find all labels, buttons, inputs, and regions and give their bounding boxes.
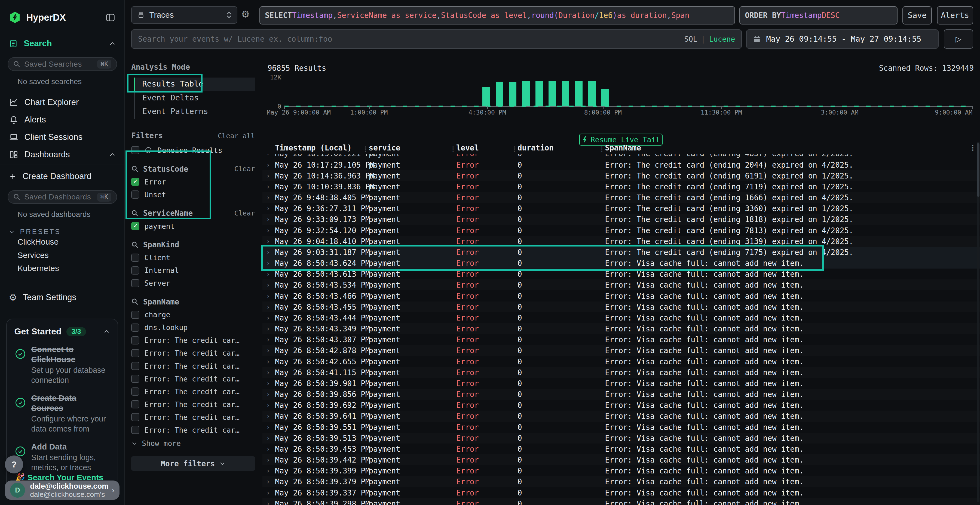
language-toggle-lucene[interactable]: Lucene	[709, 35, 735, 43]
row-expand-icon[interactable]: ›	[265, 467, 275, 474]
table-row[interactable]: ›May 26 8:50:43.455 PMpaymentError0Error…	[262, 302, 980, 312]
table-row[interactable]: ›May 26 10:10:39.836 PMpaymentError0Erro…	[262, 181, 980, 192]
row-expand-icon[interactable]: ›	[265, 161, 275, 168]
column-header-timestamp[interactable]: Timestamp (Local)	[275, 143, 369, 152]
histogram-bar[interactable]	[509, 82, 517, 106]
row-expand-icon[interactable]: ›	[265, 270, 275, 278]
more-filters-button[interactable]: More filters	[131, 456, 255, 471]
table-row[interactable]: ›May 26 8:50:39.399 PMpaymentError0Error…	[262, 465, 980, 476]
column-header-duration[interactable]: ⋮duration	[517, 143, 605, 152]
filter-option[interactable]: Error: The credit card …	[131, 400, 255, 409]
histogram-bar[interactable]	[482, 87, 490, 106]
column-header-spanname[interactable]: ⋮SpanName	[605, 143, 980, 152]
row-expand-icon[interactable]: ›	[265, 154, 275, 157]
column-header-level[interactable]: ⋮level	[456, 143, 517, 152]
histogram-bar[interactable]	[562, 81, 570, 106]
row-expand-icon[interactable]: ›	[265, 281, 275, 288]
date-range-picker[interactable]: May 26 09:14:55 - May 27 09:14:55	[746, 29, 939, 49]
row-expand-icon[interactable]: ›	[265, 380, 275, 387]
histogram-bar[interactable]	[496, 82, 503, 106]
save-button[interactable]: Save	[902, 6, 932, 24]
row-expand-icon[interactable]: ›	[265, 292, 275, 300]
histogram-bar[interactable]	[575, 81, 582, 106]
histogram-bar[interactable]	[588, 81, 596, 106]
filter-option[interactable]: dns.lookup	[131, 323, 255, 332]
filter-option[interactable]: Unset	[131, 191, 255, 199]
sidebar-item-services[interactable]: Services	[0, 249, 124, 262]
run-query-button[interactable]: ▷	[944, 29, 973, 49]
table-row[interactable]: ›May 26 8:50:39.337 PMpaymentError0Error…	[262, 487, 980, 498]
table-row[interactable]: ›May 26 8:50:43.534 PMpaymentError0Error…	[262, 279, 980, 290]
row-expand-icon[interactable]: ›	[265, 238, 275, 245]
row-expand-icon[interactable]: ›	[265, 249, 275, 256]
table-row[interactable]: ›May 26 8:50:41.115 PMpaymentError0Error…	[262, 367, 980, 378]
column-separator[interactable]: ⋮	[450, 145, 456, 152]
filter-option[interactable]: Error	[131, 178, 255, 186]
sidebar-item-clickhouse[interactable]: ClickHouse	[0, 236, 124, 249]
table-row[interactable]: ›May 26 9:48:38.405 PMpaymentError0Error…	[262, 192, 980, 203]
get-started-item[interactable]: Add DataStart sending logs, metrics, or …	[14, 441, 110, 473]
checkbox[interactable]	[131, 311, 139, 319]
table-row[interactable]: ›May 26 8:50:39.641 PMpaymentError0Error…	[262, 411, 980, 421]
source-select[interactable]: Traces	[131, 6, 237, 24]
presets-header[interactable]: PRESETS	[9, 228, 124, 236]
table-row[interactable]: ›May 26 8:50:43.624 PMpaymentError0Error…	[262, 258, 980, 268]
filter-option[interactable]: Error: The credit card …	[131, 413, 255, 421]
checkbox[interactable]	[131, 336, 139, 345]
checkbox[interactable]	[131, 324, 139, 332]
clear-filter-link[interactable]: Clear	[234, 209, 255, 217]
search-icon[interactable]	[131, 298, 139, 306]
table-row[interactable]: ›May 26 8:50:43.613 PMpaymentError0Error…	[262, 268, 980, 279]
filter-option[interactable]: Server	[131, 279, 255, 287]
checkbox[interactable]	[131, 146, 139, 154]
filter-option[interactable]: Internal	[131, 266, 255, 275]
histogram-bar[interactable]	[522, 81, 530, 106]
row-expand-icon[interactable]: ›	[265, 402, 275, 409]
sidebar-item-kubernetes[interactable]: Kubernetes	[0, 262, 124, 275]
checkbox[interactable]	[131, 375, 139, 383]
column-header-service[interactable]: ⋮service	[369, 143, 456, 152]
row-expand-icon[interactable]: ›	[265, 336, 275, 343]
gear-icon[interactable]: ⚙	[241, 9, 250, 20]
chevron-up-icon[interactable]	[109, 151, 116, 158]
table-row[interactable]: ›May 26 9:04:18.410 PMpaymentError0Error…	[262, 236, 980, 247]
histogram-bar[interactable]	[549, 81, 556, 106]
analysis-mode-results-table[interactable]: Results Table	[134, 78, 255, 91]
create-dashboard-button[interactable]: Create Dashboard	[0, 168, 124, 185]
sidebar-item-client-sessions[interactable]: Client Sessions	[0, 129, 124, 146]
table-row[interactable]: ›May 26 8:50:39.551 PMpaymentError0Error…	[262, 422, 980, 433]
table-row[interactable]: ›May 26 8:50:42.655 PMpaymentError0Error…	[262, 356, 980, 367]
histogram-plot[interactable]: May 26 9:00:00 AM1:00:00 PM4:30:00 PM8:0…	[284, 78, 972, 107]
alerts-button[interactable]: Alerts	[937, 6, 973, 24]
checkbox[interactable]	[131, 413, 139, 421]
sidebar-collapse-icon[interactable]	[105, 12, 116, 23]
row-expand-icon[interactable]: ›	[265, 489, 275, 496]
row-expand-icon[interactable]: ›	[265, 347, 275, 354]
language-toggle-sql[interactable]: SQL	[684, 35, 697, 43]
sidebar-item-search[interactable]: Search	[0, 39, 124, 48]
user-menu[interactable]: D dale@clickhouse.com dale@clickhouse.co…	[5, 481, 119, 500]
row-expand-icon[interactable]: ›	[265, 303, 275, 310]
checkbox[interactable]	[131, 362, 139, 370]
row-expand-icon[interactable]: ›	[265, 183, 275, 190]
table-row[interactable]: ›May 26 8:50:39.901 PMpaymentError0Error…	[262, 378, 980, 389]
row-expand-icon[interactable]: ›	[265, 456, 275, 464]
sidebar-item-alerts[interactable]: Alerts	[0, 111, 124, 129]
filter-option[interactable]: charge	[131, 310, 255, 319]
clear-filter-link[interactable]: Clear	[234, 165, 255, 173]
filter-option[interactable]: Error: The credit card …	[131, 362, 255, 370]
filter-option[interactable]: Error: The credit card …	[131, 336, 255, 345]
filter-option[interactable]: Error: The credit card …	[131, 375, 255, 383]
table-row[interactable]: ›May 26 8:50:39.453 PMpaymentError0Error…	[262, 443, 980, 454]
row-expand-icon[interactable]: ›	[265, 325, 275, 332]
checkbox[interactable]	[131, 400, 139, 408]
sql-select-input[interactable]: SELECT Timestamp, ServiceName as service…	[259, 6, 735, 24]
help-button[interactable]: ?	[5, 456, 23, 474]
histogram-bar[interactable]	[535, 81, 543, 106]
clear-all-link[interactable]: Clear all	[218, 132, 255, 140]
get-started-item[interactable]: Create Data SourcesConfigure where your …	[14, 393, 110, 434]
table-row[interactable]: ›May 26 8:50:42.878 PMpaymentError0Error…	[262, 345, 980, 356]
sidebar-item-team-settings[interactable]: ⚙ Team Settings	[0, 289, 124, 306]
row-expand-icon[interactable]: ›	[265, 500, 275, 505]
table-row[interactable]: ›May 26 9:32:54.120 PMpaymentError0Error…	[262, 225, 980, 236]
